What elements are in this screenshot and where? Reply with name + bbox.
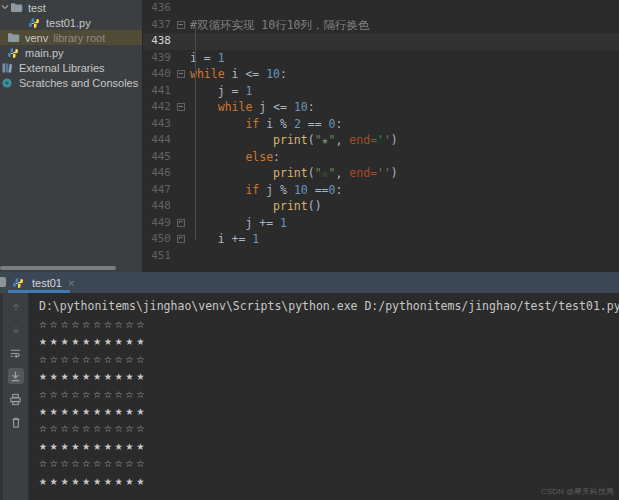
code-text: print() (190, 198, 322, 215)
token-plain: j <= (252, 100, 294, 114)
line-number-447[interactable]: 447 (143, 182, 173, 199)
output-row: ☆☆☆☆☆☆☆☆☆☆ (39, 350, 611, 367)
code-line-444[interactable]: 444 print("★", end='') (143, 132, 619, 149)
project-item-label: main.py (25, 47, 64, 59)
output-row: ☆☆☆☆☆☆☆☆☆☆ (39, 315, 611, 332)
output-row: ☆☆☆☆☆☆☆☆☆☆ (39, 385, 611, 402)
line-number-445[interactable]: 445 (143, 149, 173, 166)
gutter-fold-column (173, 83, 190, 100)
code-line-436[interactable]: 436 (143, 0, 619, 17)
code-text: print("★", end='') (190, 132, 398, 149)
code-line-443[interactable]: 443 if i % 2 == 0: (143, 116, 619, 133)
code-line-449[interactable]: 449⌐ j += 1 (143, 215, 619, 232)
code-line-441[interactable]: 441 j = 1 (143, 83, 619, 100)
gutter-fold-column: ⌐ (173, 215, 190, 232)
project-item-external-libraries[interactable]: External Libraries (0, 60, 142, 75)
up-arrow-icon[interactable] (8, 299, 24, 315)
run-tab-test01[interactable]: test01 × (0, 272, 80, 293)
code-text: while j <= 10: (190, 99, 315, 116)
line-number-443[interactable]: 443 (143, 116, 173, 133)
gutter-fold-column (173, 132, 190, 149)
token-str: "★" (315, 133, 336, 147)
output-row: ☆☆☆☆☆☆☆☆☆☆ (39, 454, 611, 471)
scroll-to-end-icon[interactable] (8, 368, 24, 384)
line-number-436[interactable]: 436 (143, 0, 173, 17)
token-fn: print (273, 199, 308, 213)
token-plain: j = (190, 84, 245, 98)
gutter-fold-column (173, 0, 190, 17)
fold-end-icon[interactable]: ⌐ (177, 235, 185, 243)
editor-lines: 436437−#双循环实现 10行10列，隔行换色438439i = 1440−… (143, 0, 619, 264)
token-comment: #双循环实现 10行10列，隔行换色 (190, 18, 370, 32)
project-item-scratches-and-consoles[interactable]: Scratches and Consoles (0, 75, 142, 90)
line-number-439[interactable]: 439 (143, 50, 173, 67)
line-number-449[interactable]: 449 (143, 215, 173, 232)
line-number-448[interactable]: 448 (143, 198, 173, 215)
folder-icon (10, 2, 24, 14)
fold-start-icon[interactable]: − (177, 21, 185, 29)
soft-wrap-icon[interactable] (8, 345, 24, 361)
code-line-438[interactable]: 438 (143, 33, 619, 50)
gutter-fold-column (173, 116, 190, 133)
code-line-448[interactable]: 448 print() (143, 198, 619, 215)
line-number-446[interactable]: 446 (143, 165, 173, 182)
code-line-447[interactable]: 447 if j % 10 ==0: (143, 182, 619, 199)
line-number-451[interactable]: 451 (143, 248, 173, 265)
token-plain: : (335, 183, 342, 197)
project-item-test[interactable]: test (0, 0, 142, 15)
fold-start-icon[interactable]: − (177, 70, 185, 78)
token-fn: print (273, 133, 308, 147)
code-line-450[interactable]: 450⌐ i += 1 (143, 231, 619, 248)
code-text: while i <= 10: (190, 66, 287, 83)
line-number-438[interactable]: 438 (143, 33, 173, 50)
token-plain: : (273, 150, 280, 164)
line-number-450[interactable]: 450 (143, 231, 173, 248)
fold-start-icon[interactable]: − (177, 103, 185, 111)
line-number-441[interactable]: 441 (143, 83, 173, 100)
chevron-down-icon[interactable] (1, 3, 10, 13)
libraries-icon (1, 62, 15, 74)
code-line-440[interactable]: 440−while i <= 10: (143, 66, 619, 83)
fold-end-icon[interactable]: ⌐ (177, 219, 185, 227)
line-number-442[interactable]: 442 (143, 99, 173, 116)
project-item-label: test (28, 2, 46, 14)
project-item-main-py[interactable]: main.py (0, 45, 142, 60)
token-kw: if (245, 117, 259, 131)
code-line-446[interactable]: 446 print("☆", end='') (143, 165, 619, 182)
token-plain: : (335, 117, 342, 131)
gutter-fold-column (173, 50, 190, 67)
token-plain (190, 183, 245, 197)
token-num: 2 (294, 117, 301, 131)
code-editor[interactable]: 436437−#双循环实现 10行10列，隔行换色438439i = 1440−… (143, 0, 619, 272)
token-plain (190, 150, 245, 164)
token-num: 10 (266, 67, 280, 81)
code-line-445[interactable]: 445 else: (143, 149, 619, 166)
code-text: i += 1 (190, 231, 259, 248)
print-icon[interactable] (8, 391, 24, 407)
fold-guide-line (195, 25, 196, 240)
output-row: ★★★★★★★★★★ (39, 332, 611, 349)
down-arrow-icon[interactable] (8, 322, 24, 338)
code-line-437[interactable]: 437−#双循环实现 10行10列，隔行换色 (143, 17, 619, 34)
code-line-442[interactable]: 442− while j <= 10: (143, 99, 619, 116)
console-output-area[interactable]: D:\pythonitems\jinghao\venv\Scripts\pyth… (29, 293, 619, 500)
close-tab-icon[interactable]: × (68, 277, 74, 289)
code-line-451[interactable]: 451 (143, 248, 619, 265)
token-plain: i += (190, 232, 252, 246)
code-line-439[interactable]: 439i = 1 (143, 50, 619, 67)
line-number-444[interactable]: 444 (143, 132, 173, 149)
project-item-venv[interactable]: venvlibrary root (0, 30, 142, 45)
token-plain: j += (190, 216, 280, 230)
token-num: 10 (294, 100, 308, 114)
project-horizontal-scrollbar[interactable] (0, 266, 116, 270)
program-output: ☆☆☆☆☆☆☆☆☆☆★★★★★★★★★★☆☆☆☆☆☆☆☆☆☆★★★★★★★★★★… (39, 315, 611, 489)
line-number-437[interactable]: 437 (143, 17, 173, 34)
gutter-fold-column: − (173, 99, 190, 116)
project-item-test01-py[interactable]: test01.py (0, 15, 142, 30)
clear-console-icon[interactable] (8, 414, 24, 430)
token-plain: ) (391, 133, 398, 147)
token-kw: while (218, 100, 253, 114)
python-file-icon (12, 277, 24, 289)
token-plain: ( (308, 133, 315, 147)
line-number-440[interactable]: 440 (143, 66, 173, 83)
